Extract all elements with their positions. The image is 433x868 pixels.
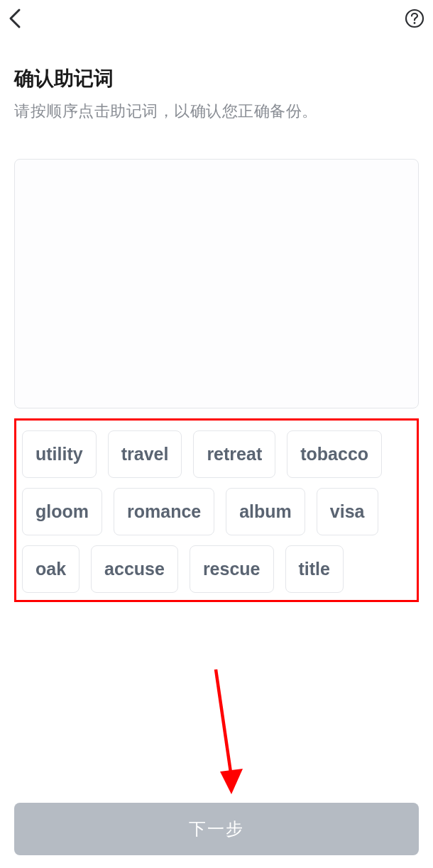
word-chip[interactable]: tobacco: [287, 430, 382, 478]
question-circle-icon: [405, 9, 424, 28]
page-subtitle: 请按顺序点击助记词，以确认您正确备份。: [14, 101, 419, 122]
chevron-left-icon: [8, 8, 23, 29]
help-button[interactable]: [403, 7, 426, 30]
next-button[interactable]: 下一步: [14, 803, 419, 855]
word-chip[interactable]: title: [285, 545, 344, 593]
selected-words-area[interactable]: [14, 159, 419, 408]
svg-marker-3: [220, 769, 243, 794]
word-chip[interactable]: gloom: [22, 488, 102, 535]
page-title: 确认助记词: [14, 65, 419, 92]
svg-point-1: [414, 22, 416, 24]
word-chip[interactable]: utility: [22, 430, 97, 478]
word-chip[interactable]: oak: [22, 545, 80, 593]
word-chip[interactable]: travel: [108, 430, 182, 478]
word-chip[interactable]: album: [226, 488, 305, 535]
arrow-annotation-icon: [206, 665, 248, 800]
svg-line-2: [216, 669, 231, 777]
word-chip[interactable]: retreat: [193, 430, 275, 478]
back-button[interactable]: [4, 7, 27, 30]
next-button-label: 下一步: [189, 818, 244, 840]
word-chip[interactable]: romance: [114, 488, 214, 535]
word-chip[interactable]: accuse: [91, 545, 178, 593]
word-grid: utility travel retreat tobacco gloom rom…: [22, 430, 411, 593]
word-chip[interactable]: rescue: [190, 545, 274, 593]
word-selection-highlight: utility travel retreat tobacco gloom rom…: [14, 418, 419, 602]
word-chip[interactable]: visa: [317, 488, 378, 535]
